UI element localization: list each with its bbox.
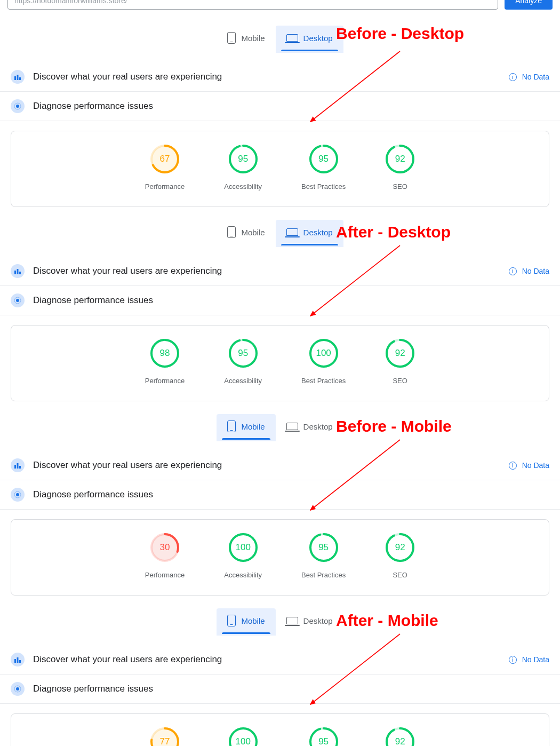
tab-desktop[interactable]: Desktop bbox=[276, 608, 343, 636]
section-header: Diagnose performance issues bbox=[0, 480, 560, 510]
gauge-best_practices[interactable]: 95 Best Practices bbox=[301, 533, 346, 579]
gauge-label: Performance bbox=[145, 377, 185, 385]
svg-rect-1 bbox=[14, 76, 16, 80]
gauge-ring-seo: 92 bbox=[385, 338, 415, 368]
gauge-performance[interactable]: 98 Performance bbox=[145, 338, 185, 385]
gauge-label: SEO bbox=[385, 377, 415, 385]
svg-rect-30 bbox=[17, 463, 19, 469]
gauge-ring-best_practices: 95 bbox=[309, 533, 339, 562]
section-header: Diagnose performance issues bbox=[0, 674, 560, 704]
gauge-ring-best_practices: 95 bbox=[309, 144, 339, 174]
tab-desktop[interactable]: Desktop bbox=[276, 414, 343, 441]
tab-desktop[interactable]: Desktop bbox=[276, 26, 343, 53]
gauge-row: 98 Performance 95 Accessibility 100 Best… bbox=[11, 338, 549, 385]
chart-icon bbox=[11, 458, 25, 472]
gauge-label: Best Practices bbox=[301, 571, 346, 579]
gauge-performance[interactable]: 67 Performance bbox=[145, 144, 185, 191]
phone-icon bbox=[227, 615, 236, 626]
gauge-row: 67 Performance 95 Accessibility 95 Best … bbox=[11, 144, 549, 191]
gauge-seo[interactable]: 92 SEO bbox=[385, 533, 415, 579]
gauge-ring-best_practices: 95 bbox=[309, 727, 339, 746]
gauge-value: 100 bbox=[309, 338, 339, 368]
gauge-ring-performance: 98 bbox=[150, 338, 180, 368]
gauge-value: 95 bbox=[309, 144, 339, 174]
gauge-row: 30 Performance 100 Accessibility 95 Best… bbox=[11, 533, 549, 579]
chart-icon bbox=[11, 653, 25, 666]
section-title: Discover what your real users are experi… bbox=[33, 266, 500, 276]
tab-mobile-label: Mobile bbox=[241, 616, 265, 625]
no-data-indicator[interactable]: i No Data bbox=[509, 461, 549, 470]
tab-mobile[interactable]: Mobile bbox=[217, 414, 275, 441]
gauge-ring-performance: 77 bbox=[150, 727, 180, 746]
svg-rect-29 bbox=[14, 465, 16, 469]
section-title: Diagnose performance issues bbox=[33, 684, 549, 694]
gauge-accessibility[interactable]: 95 Accessibility bbox=[224, 338, 262, 385]
gauge-best_practices[interactable]: 95 Best Practices bbox=[301, 727, 346, 746]
tab-mobile[interactable]: Mobile bbox=[217, 220, 275, 247]
gauge-label: SEO bbox=[385, 571, 415, 579]
no-data-label: No Data bbox=[522, 267, 549, 275]
gauge-performance[interactable]: 30 Performance bbox=[145, 533, 185, 579]
laptop-icon bbox=[286, 617, 298, 624]
gauge-value: 92 bbox=[385, 727, 415, 746]
svg-rect-31 bbox=[19, 466, 21, 469]
gauge-performance[interactable]: 77 Performance bbox=[145, 727, 185, 746]
info-icon: i bbox=[509, 462, 517, 470]
gauge-value: 95 bbox=[228, 144, 258, 174]
laptop-icon bbox=[286, 423, 298, 430]
gauge-accessibility[interactable]: 100 Accessibility bbox=[224, 727, 262, 746]
gauge-ring-accessibility: 100 bbox=[228, 533, 258, 562]
scores-panel: 77 Performance 100 Accessibility 95 Best… bbox=[11, 713, 549, 746]
analyze-button[interactable]: Analyze bbox=[505, 0, 553, 10]
gauge-accessibility[interactable]: 95 Accessibility bbox=[224, 144, 262, 191]
gauge-best_practices[interactable]: 95 Best Practices bbox=[301, 144, 346, 191]
url-input[interactable] bbox=[7, 0, 498, 10]
svg-point-46 bbox=[16, 687, 19, 691]
section-title: Discover what your real users are experi… bbox=[33, 72, 500, 82]
phone-icon bbox=[227, 226, 236, 238]
section-header: Diagnose performance issues bbox=[0, 286, 560, 315]
gauge-label: Best Practices bbox=[301, 182, 346, 191]
gauge-label: Accessibility bbox=[224, 182, 262, 191]
svg-rect-15 bbox=[14, 271, 16, 274]
gauge-seo[interactable]: 92 SEO bbox=[385, 727, 415, 746]
phone-icon bbox=[227, 32, 236, 44]
svg-rect-17 bbox=[19, 272, 21, 274]
no-data-label: No Data bbox=[522, 73, 549, 81]
svg-rect-45 bbox=[19, 660, 21, 663]
gauge-best_practices[interactable]: 100 Best Practices bbox=[301, 338, 346, 385]
tab-mobile[interactable]: Mobile bbox=[217, 26, 275, 53]
tab-mobile[interactable]: Mobile bbox=[217, 608, 275, 636]
gauge-value: 95 bbox=[228, 338, 258, 368]
gauge-value: 92 bbox=[385, 144, 415, 174]
section-title: Diagnose performance issues bbox=[33, 489, 549, 500]
section-title: Discover what your real users are experi… bbox=[33, 460, 500, 471]
gauge-seo[interactable]: 92 SEO bbox=[385, 144, 415, 191]
section-title: Discover what your real users are experi… bbox=[33, 654, 500, 665]
tab-mobile-label: Mobile bbox=[241, 228, 265, 237]
gauge-seo[interactable]: 92 SEO bbox=[385, 338, 415, 385]
svg-rect-2 bbox=[17, 75, 19, 80]
tab-mobile-label: Mobile bbox=[241, 422, 265, 431]
gauge-ring-seo: 92 bbox=[385, 144, 415, 174]
no-data-label: No Data bbox=[522, 655, 549, 664]
phone-icon bbox=[227, 420, 236, 432]
tab-desktop[interactable]: Desktop bbox=[276, 220, 343, 247]
no-data-indicator[interactable]: i No Data bbox=[509, 73, 549, 81]
no-data-indicator[interactable]: i No Data bbox=[509, 267, 549, 275]
device-tabs: Mobile Desktop bbox=[0, 414, 560, 441]
gauge-ring-performance: 30 bbox=[150, 533, 180, 562]
section-header: Diagnose performance issues bbox=[0, 92, 560, 121]
svg-point-18 bbox=[16, 299, 19, 302]
gauge-label: Performance bbox=[145, 182, 185, 191]
tab-mobile-label: Mobile bbox=[241, 34, 265, 43]
tab-desktop-label: Desktop bbox=[303, 422, 333, 431]
section-title: Diagnose performance issues bbox=[33, 295, 549, 306]
no-data-indicator[interactable]: i No Data bbox=[509, 655, 549, 664]
gauge-label: Accessibility bbox=[224, 571, 262, 579]
no-data-label: No Data bbox=[522, 461, 549, 470]
svg-rect-3 bbox=[19, 77, 21, 80]
gauge-accessibility[interactable]: 100 Accessibility bbox=[224, 533, 262, 579]
gauge-value: 100 bbox=[228, 533, 258, 562]
scores-panel: 67 Performance 95 Accessibility 95 Best … bbox=[11, 131, 549, 207]
